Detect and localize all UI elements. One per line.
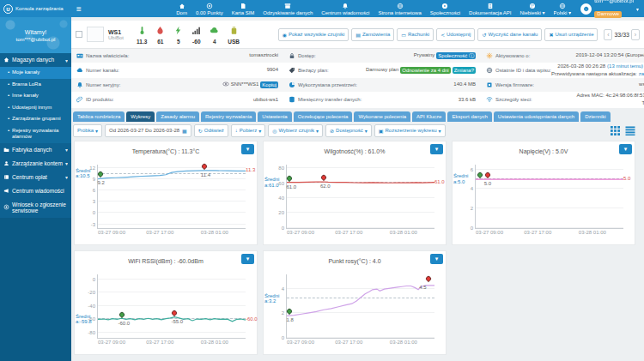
info-value: tomasztrocki [249, 52, 278, 59]
y-tick-label: 6 [459, 167, 473, 172]
sensor-value: 11.3 [137, 39, 147, 45]
sidebar-section-wniosek-o-zg-oszenie-serwisowe[interactable]: Wniosek o zgłoszenie serwisowe [0, 198, 71, 219]
nav-item-polski[interactable]: Polski ▾ [550, 0, 576, 17]
tab-dzienniki[interactable]: Dzienniki [580, 111, 610, 122]
sensor-voltage: 5 [173, 23, 183, 45]
sidebar-item-moje-kana-y[interactable]: •Moje kanały [0, 67, 71, 79]
tab-rejestry-wyzwalania[interactable]: Rejestry wyzwalania [201, 111, 256, 122]
menu-toggle-icon[interactable]: ≡ [76, 4, 82, 14]
current-value-label: -60.0 [246, 316, 259, 322]
rachunki-button[interactable]: ▭Rachunki [397, 28, 434, 41]
grid-view-icon[interactable] [611, 126, 620, 135]
tab-tablica-rozdzielcza[interactable]: Tablica rozdzielcza [73, 111, 125, 122]
y-tick-label: 40 [270, 196, 284, 201]
user-menu[interactable]: ☻ tom***@ubibot.pl Darmowe ▾ [575, 0, 644, 17]
sidebar-item-udost-pnij-innym[interactable]: •Udostępnij innym [0, 102, 71, 114]
chart-options-button[interactable]: ▾ [619, 144, 632, 154]
x-tick-label: 03-28 01:00 [201, 340, 228, 345]
nav-item-label: 0.00 Punkty [196, 10, 223, 15]
tab-ustawienia[interactable]: Ustawienia [258, 111, 291, 122]
chart-options-button[interactable]: ▾ [430, 144, 443, 154]
y-tick-label: 0 [82, 210, 95, 215]
y-tick-label: -80 [82, 330, 95, 335]
info-value: Adres MAC: 4c:24:98:06:8f:53KopiujTeleHo… [576, 93, 644, 107]
humidity-icon [155, 23, 165, 39]
sidebar-section-centrum-wiadomo-ci[interactable]: Centrum wiadomości [0, 184, 71, 198]
chevron-down-icon: ▾ [65, 174, 68, 180]
wyczy-dane-kana-u-button[interactable]: ↺Wyczyść dane kanału [477, 28, 542, 41]
sidebar-section-magazyn-danych[interactable]: Magazyn danych▾ [0, 53, 71, 67]
sidebar-item-rejestry-wyzwalania-alarm-w[interactable]: •Rejestry wyzwalania alarmów [0, 125, 71, 143]
rozszerzenie-wykresu-button[interactable]: ▣Rozszerzenie wykresu▾ [374, 124, 446, 137]
welcome-block: Witamy! tom***@ubibot.pl [0, 17, 71, 53]
nav-item-strona-internetowa[interactable]: Strona internetowa [374, 0, 425, 17]
sidebar-section-label: Fabryka danych [12, 147, 63, 153]
bullet-icon: • [8, 69, 9, 75]
sidebar-item-label: Zarządzanie grupami [12, 116, 60, 123]
od-wie-button[interactable]: ↻Odśwież [194, 124, 228, 137]
tab-wykresy[interactable]: Wykresy [126, 111, 155, 122]
info-label: Nazwa właściciela: [76, 52, 129, 60]
y-tick-label: 0 [82, 277, 95, 282]
brand-text: Konsola zarządzania [15, 6, 64, 11]
tab-zasady-alarmu[interactable]: Zasady alarmu [156, 111, 199, 122]
info-value-line: ws1_v2.6.8 [639, 81, 644, 88]
poka-wszystkie-czujniki-button[interactable]: ◉Pokaż wszystkie czujniki [278, 28, 349, 41]
next-page-button[interactable]: › [631, 29, 640, 40]
nav-item-dokumentacja-api[interactable]: Dokumentacja API [465, 0, 515, 17]
pobierz-button[interactable]: ↓Pobierz▾ [231, 124, 265, 137]
eye-icon[interactable] [222, 81, 229, 90]
x-tick-label: 03-27 17:00 [524, 230, 551, 235]
chart-options-button[interactable]: ▾ [241, 144, 254, 154]
average-label: Średnia:10.5 [76, 168, 94, 179]
power-icon [229, 23, 239, 39]
chart-options-button[interactable]: ▾ [241, 254, 254, 264]
sidebar-item-brama-lora[interactable]: •Brama LoRa [0, 79, 71, 91]
average-label: Średnia:5.0 [453, 174, 471, 185]
nav-item-spo-eczno-ci[interactable]: Społeczności [426, 0, 465, 17]
tab-eksport-danych[interactable]: Eksport danych [447, 111, 491, 122]
sidebar-section-zarz-dzanie-kontem[interactable]: Zarządzanie kontem▾ [0, 157, 71, 171]
change-badge[interactable]: Zmiana? [453, 67, 476, 74]
chevron-down-icon: ▾ [365, 128, 368, 134]
udost-pnij-button[interactable]: ≺Udostępnij [436, 28, 475, 41]
date-range-input[interactable]: Od 2026-03-27 Do 2026-03-28 ▦ [105, 124, 191, 137]
y-tick-label: 20 [270, 210, 284, 215]
tab-wykonane-polecenia[interactable]: Wykonane polecenia [354, 111, 410, 122]
nav-item-odzyskiwanie-danych[interactable]: Odzyskiwanie danych [258, 0, 317, 17]
orders-icon: ▤ [355, 32, 361, 38]
sidebar-item-zarz-dzanie-grupami[interactable]: •Zarządzanie grupami [0, 113, 71, 125]
sidebar-item-inne-kana-y[interactable]: •Inne kanały [0, 90, 71, 102]
list-view-icon[interactable] [625, 126, 635, 135]
zam-wienia-button[interactable]: ▤Zamówienia [351, 28, 394, 41]
tab-ustawienia-udost-pniania-danych[interactable]: Ustawienia udostępniania danych [494, 111, 579, 122]
community-badge[interactable]: Społeczność ⓘ [436, 52, 476, 59]
tab-api-klucze[interactable]: API Klucze [412, 111, 446, 122]
x-tick-label: 03-28 01:00 [390, 230, 417, 235]
prev-page-button[interactable]: ‹ [604, 29, 612, 40]
nav-item-centrum-wiadomo-ci[interactable]: Centrum wiadomości [317, 0, 374, 17]
copy-badge[interactable]: Kopiuj [260, 81, 278, 88]
usu-urz-dzenie-button[interactable]: ✖Usuń urządzenie [544, 28, 598, 41]
info-value-line: 33.6 kB [459, 97, 476, 104]
info-cell-dost-p: Dostęp:PrywatnySpołeczność ⓘ [283, 49, 481, 63]
nav-item-niebieski[interactable]: Niebieski ▾ [515, 0, 549, 17]
wybierz-czujnik-button[interactable]: ◎Wybierz czujnik▾ [268, 124, 323, 137]
device-checkbox[interactable] [76, 31, 82, 38]
wniosek-o-zg-oszenie-serwisowe-icon [3, 204, 9, 211]
nav-item-dom[interactable]: Dom [172, 0, 191, 17]
renewal-badge[interactable]: Odnowienie za 4 dni [400, 67, 450, 74]
sidebar-section-fabryka-danych[interactable]: Fabryka danych▾ [0, 143, 71, 157]
sample-select[interactable]: Próbka ▾ [73, 124, 102, 137]
nav-item-0-00-punkty[interactable]: 0.00 Punkty [191, 0, 228, 17]
sidebar-section-label: Centrum wiadomości [12, 188, 68, 195]
sensor-value: 4 [213, 39, 216, 45]
y-tick-label: 3 [82, 199, 95, 204]
tab-oczekuj-ce-polecenia[interactable]: Oczekujące polecenia [294, 111, 353, 122]
chart-options-button[interactable]: ▾ [430, 254, 443, 264]
info-value-line: Adres MAC: 4c:24:98:06:8f:53Kopiuj [576, 93, 644, 99]
sidebar-section-centrum-op-at[interactable]: Centrum opłat▾ [0, 171, 71, 184]
marker-label: 9.2 [97, 180, 104, 185]
dost-pno-button[interactable]: ⊘Dostępność▾ [325, 124, 372, 137]
nav-item-karta-sim[interactable]: Karta SIM [228, 0, 259, 17]
